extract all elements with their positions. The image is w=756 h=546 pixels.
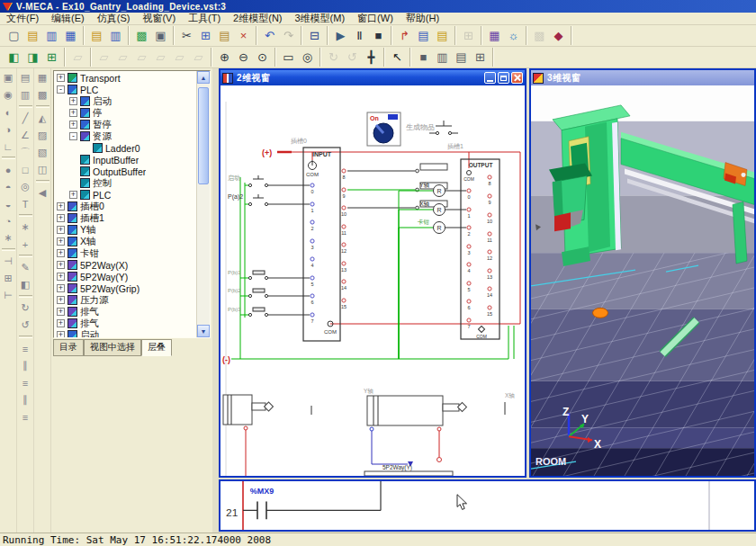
pin[interactable] xyxy=(342,243,346,246)
tree-item[interactable]: +5P2Way(Grip) xyxy=(54,282,196,294)
speaker-tool-icon[interactable]: ◀ xyxy=(34,184,51,201)
expand-icon[interactable]: + xyxy=(57,296,65,304)
pin[interactable] xyxy=(467,300,471,303)
pin[interactable] xyxy=(488,175,491,179)
model-manager-button[interactable]: ⊟ xyxy=(305,26,324,45)
pin[interactable] xyxy=(342,206,346,210)
pattern-tool-icon[interactable]: ▩ xyxy=(34,86,51,103)
contact-pb3[interactable] xyxy=(248,308,310,317)
zoom-in-button[interactable]: ⊕ xyxy=(215,48,234,67)
pin[interactable] xyxy=(488,250,491,254)
new-file-button[interactable]: ▢ xyxy=(4,26,23,45)
window-2d-titlebar[interactable]: 2维视窗 xyxy=(220,70,525,85)
hemisphere-tool-icon[interactable]: ◒ xyxy=(0,195,17,212)
tree-item[interactable]: +启动 xyxy=(54,95,196,107)
sheet-tool-icon[interactable]: ▤ xyxy=(17,69,34,86)
select-pointer-button[interactable]: ↖ xyxy=(388,48,407,67)
cut-button[interactable]: ✂ xyxy=(177,26,196,45)
walker-tool-icon[interactable]: ◭ xyxy=(34,110,51,127)
connector-in-tool-icon[interactable]: ⊣ xyxy=(0,253,17,270)
pin[interactable] xyxy=(467,263,471,266)
contact-pb2[interactable] xyxy=(248,289,310,298)
cart-tool-icon[interactable]: ◫ xyxy=(34,161,51,178)
fill-tool-icon[interactable]: ◧ xyxy=(17,276,34,293)
tree-item[interactable]: InputBuffer xyxy=(54,154,196,166)
align-top-tool-icon[interactable]: ≡ xyxy=(17,340,34,357)
layout-quad-button[interactable]: ⊞ xyxy=(42,48,61,67)
line-tool-icon[interactable]: ╱ xyxy=(17,110,34,127)
tab-1[interactable]: 目录 xyxy=(53,339,84,356)
tree-item[interactable]: +插槽0 xyxy=(54,201,196,212)
copy-button[interactable]: ⊞ xyxy=(196,26,215,45)
pan-view-button[interactable]: ╋ xyxy=(362,48,381,67)
pin[interactable] xyxy=(467,245,471,248)
distribute-v-tool-icon[interactable]: ≡ xyxy=(17,408,34,425)
collapse-icon[interactable]: - xyxy=(69,132,77,140)
window-2d-view[interactable]: 2维视窗 On xyxy=(219,68,526,478)
expand-icon[interactable]: + xyxy=(57,273,65,281)
tree-item[interactable]: +启动 xyxy=(54,329,196,337)
pin[interactable] xyxy=(310,183,314,187)
pin[interactable] xyxy=(488,194,491,198)
report-button[interactable]: ▤ xyxy=(414,26,433,45)
knob-switch[interactable]: On xyxy=(367,112,400,146)
expand-icon[interactable]: + xyxy=(57,284,65,292)
window-3d-view[interactable]: 3维视窗 xyxy=(529,68,756,478)
connector-out-tool-icon[interactable]: ⊢ xyxy=(0,287,17,304)
tree-item[interactable]: OutputBuffer xyxy=(54,166,196,177)
workpiece-item[interactable] xyxy=(593,308,608,318)
expand-icon[interactable]: + xyxy=(69,97,77,105)
pin[interactable] xyxy=(488,269,491,273)
export-image-button[interactable]: ▩ xyxy=(132,26,151,45)
tree-item[interactable]: +排气 xyxy=(54,318,196,329)
pen-tool-icon[interactable]: ✎ xyxy=(17,259,34,276)
pin[interactable] xyxy=(467,318,471,322)
tree-item[interactable]: +排气 xyxy=(54,306,196,318)
expand-icon[interactable]: + xyxy=(69,191,77,199)
collapse-icon[interactable]: - xyxy=(57,85,65,94)
spreadsheet-button[interactable]: ▦ xyxy=(485,26,504,45)
material-a-tool-icon[interactable]: ▨ xyxy=(34,127,51,144)
pin[interactable] xyxy=(342,169,346,173)
pin[interactable] xyxy=(488,306,491,309)
tree-item[interactable]: +5P2Way(Y) xyxy=(54,271,196,282)
tile-vertical-button[interactable]: ▥ xyxy=(433,48,452,67)
close-button[interactable] xyxy=(511,72,523,84)
pin[interactable] xyxy=(467,189,471,192)
pin[interactable] xyxy=(310,294,314,298)
layout-split-button[interactable]: ◨ xyxy=(23,48,42,67)
node-edit-tool-icon[interactable]: ∗ xyxy=(17,219,34,236)
tree-item[interactable]: +卡钳 xyxy=(54,247,196,259)
pin[interactable] xyxy=(310,313,314,317)
burst-tool-icon[interactable]: ∗ xyxy=(0,229,17,246)
shaded-sphere-tool-icon[interactable]: ◓ xyxy=(0,178,17,195)
restore-button[interactable] xyxy=(498,72,509,84)
output-block[interactable] xyxy=(461,159,500,339)
scroll-up-icon[interactable]: ▲ xyxy=(197,71,210,84)
tree-scrollbar[interactable]: ▲ ▼ xyxy=(196,71,210,337)
tree-item[interactable]: +Transport xyxy=(54,72,196,84)
menu-item-8[interactable]: 窗口(W) xyxy=(351,12,400,25)
limit-switch-2[interactable] xyxy=(347,183,447,192)
scrollbar-thumb[interactable] xyxy=(198,87,209,184)
expand-icon[interactable]: + xyxy=(57,214,65,222)
maximize-pane-button[interactable]: ■ xyxy=(414,48,433,67)
save-all-button[interactable]: ▦ xyxy=(61,26,80,45)
menu-item-5[interactable]: 工具(T) xyxy=(182,12,227,25)
align-middle-tool-icon[interactable]: ∥ xyxy=(17,357,34,374)
rotate-ccw-tool-icon[interactable]: ↺ xyxy=(17,317,34,334)
sheets-tool-icon[interactable]: ▥ xyxy=(17,86,34,103)
expand-icon[interactable]: + xyxy=(57,237,65,246)
pin[interactable] xyxy=(467,282,471,285)
expand-icon[interactable]: + xyxy=(57,331,65,337)
tab-3[interactable]: 层叠 xyxy=(141,339,172,356)
circuit-view[interactable]: On 生成物品 (+) 插槽1 xyxy=(220,85,525,476)
flag-tool-icon[interactable]: ▣ xyxy=(0,69,17,86)
expand-icon[interactable]: + xyxy=(69,121,77,129)
stop-button[interactable]: ■ xyxy=(369,26,388,45)
pin[interactable] xyxy=(310,257,314,261)
contact-pb1[interactable] xyxy=(248,271,310,280)
limit-switch-1[interactable] xyxy=(347,164,447,173)
pin[interactable] xyxy=(310,276,314,280)
menu-item-6[interactable]: 2维模型(N) xyxy=(227,12,288,25)
